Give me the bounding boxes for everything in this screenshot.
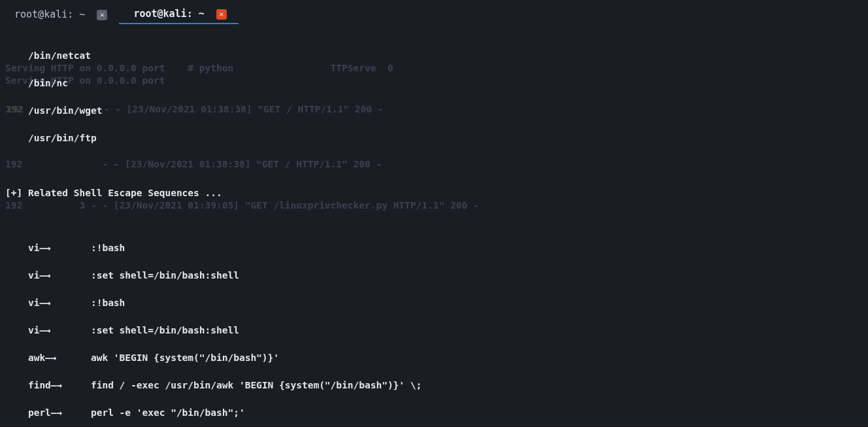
escape-seq-line: vi—→ :!bash — [5, 241, 863, 255]
escape-seq-line: vi—→ :set shell=/bin/bash:shell — [5, 269, 863, 282]
output-blank — [5, 214, 863, 228]
output-line: /bin/netcat — [5, 49, 863, 63]
escape-seq-line: find—→ find / -exec /usr/bin/awk 'BEGIN … — [5, 379, 863, 392]
terminal-tabbar: root@kali: ~ ✕ root@kali: ~ ✕ — [0, 0, 868, 24]
terminal-output[interactable]: /bin/netcat /bin/nc /usr/bin/wget /usr/b… — [0, 24, 868, 427]
output-line: /usr/bin/wget — [5, 104, 863, 118]
output-line: /usr/bin/ftp — [5, 131, 863, 145]
tab-2-label: root@kali: ~ — [133, 7, 204, 22]
output-blank — [5, 159, 863, 173]
escape-seq-line: awk—→ awk 'BEGIN {system("/bin/bash")}' — [5, 351, 863, 365]
escape-seq-line: vi—→ :!bash — [5, 296, 863, 310]
tab-1[interactable]: root@kali: ~ ✕ — [0, 4, 119, 24]
close-icon[interactable]: ✕ — [216, 9, 227, 20]
escape-seq-line: vi—→ :set shell=/bin/bash:shell — [5, 324, 863, 337]
tab-1-label: root@kali: ~ — [14, 8, 85, 22]
tab-2[interactable]: root@kali: ~ ✕ — [119, 3, 238, 24]
output-line: /bin/nc — [5, 77, 863, 90]
section-header-escapes: [+] Related Shell Escape Sequences ... — [5, 186, 863, 200]
escape-seq-line: perl—→ perl -e 'exec "/bin/bash";' — [5, 406, 863, 420]
close-icon[interactable]: ✕ — [97, 10, 107, 20]
